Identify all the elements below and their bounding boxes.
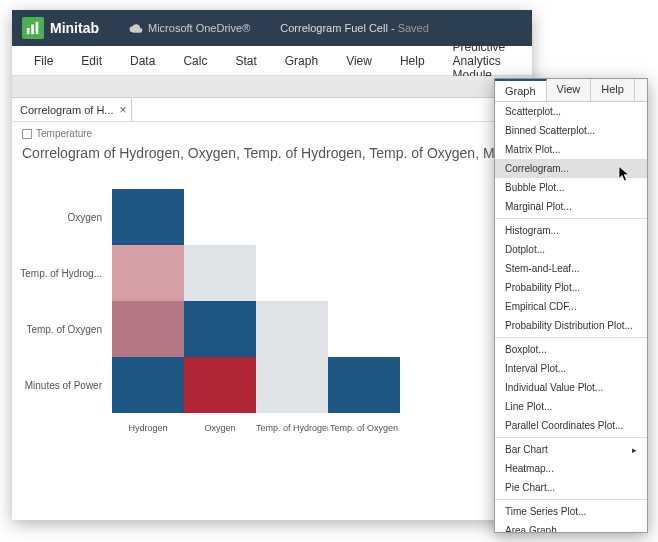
menu-item-correlogram[interactable]: Correlogram... [495, 159, 647, 178]
svg-rect-1 [31, 25, 34, 35]
menu-item-dotplot[interactable]: Dotplot... [495, 240, 647, 259]
onedrive-icon [129, 21, 143, 35]
legend-label: Temperature [36, 128, 92, 139]
y-axis-labels: Oxygen Temp. of Hydrog... Temp. of Oxyge… [12, 189, 107, 413]
heatmap-cell[interactable] [184, 357, 256, 413]
heatmap-cell [256, 245, 328, 301]
menu-calc[interactable]: Calc [169, 46, 221, 75]
app-name: Minitab [50, 20, 99, 36]
menu-item-heatmap[interactable]: Heatmap... [495, 459, 647, 478]
heatmap-cell[interactable] [328, 357, 400, 413]
menu-item-histogram[interactable]: Histogram... [495, 221, 647, 240]
graph-menu-popup: Graph View Help Scatterplot...Binned Sca… [494, 78, 648, 533]
x-label: Hydrogen [112, 417, 184, 433]
menu-file[interactable]: File [20, 46, 67, 75]
app-logo-icon [22, 17, 44, 39]
menu-item-individual-value-plot[interactable]: Individual Value Plot... [495, 378, 647, 397]
popup-tab-help[interactable]: Help [591, 79, 635, 101]
heatmap-cell[interactable] [184, 245, 256, 301]
chart-legend: Temperature [12, 122, 532, 145]
heatmap-cell [184, 189, 256, 245]
storage-label: Microsoft OneDrive® [148, 22, 250, 34]
main-window: Minitab Microsoft OneDrive® Correlogram … [12, 10, 532, 520]
menu-item-scatterplot[interactable]: Scatterplot... [495, 102, 647, 121]
x-label: Temp. of Hydrogen [256, 417, 328, 433]
menu-item-time-series-plot[interactable]: Time Series Plot... [495, 502, 647, 521]
menubar: File Edit Data Calc Stat Graph View Help… [12, 46, 532, 76]
storage-location[interactable]: Microsoft OneDrive® [129, 21, 250, 35]
menu-separator [495, 499, 647, 500]
menu-separator [495, 437, 647, 438]
heatmap-cell[interactable] [112, 357, 184, 413]
heatmap-cell [328, 301, 400, 357]
menu-separator [495, 337, 647, 338]
heatmap-cell[interactable] [184, 301, 256, 357]
heatmap-cell[interactable] [112, 245, 184, 301]
x-label: Oxygen [184, 417, 256, 433]
menu-item-interval-plot[interactable]: Interval Plot... [495, 359, 647, 378]
menu-help[interactable]: Help [386, 46, 439, 75]
popup-tab-view[interactable]: View [547, 79, 592, 101]
chart-title: Correlogram of Hydrogen, Oxygen, Temp. o… [12, 145, 532, 169]
heatmap-cell[interactable] [112, 189, 184, 245]
menu-item-empirical-cdf[interactable]: Empirical CDF... [495, 297, 647, 316]
heatmap-cell[interactable] [256, 301, 328, 357]
chart-area[interactable]: Oxygen Temp. of Hydrog... Temp. of Oxyge… [12, 169, 532, 520]
graph-menu-list: Scatterplot...Binned Scatterplot...Matri… [495, 102, 647, 532]
menu-item-probability-plot[interactable]: Probability Plot... [495, 278, 647, 297]
heatmap-cell [256, 189, 328, 245]
heatmap-grid [112, 189, 400, 413]
menu-stat[interactable]: Stat [221, 46, 270, 75]
document-tabs: Correlogram of H... × [12, 98, 532, 122]
x-axis-labels: Hydrogen Oxygen Temp. of Hydrogen Temp. … [112, 417, 400, 433]
document-title: Correlogram Fuel Cell - Saved [280, 22, 429, 34]
menu-item-boxplot[interactable]: Boxplot... [495, 340, 647, 359]
close-icon[interactable]: × [120, 103, 127, 117]
toolbar-area [12, 76, 532, 98]
menu-separator [495, 218, 647, 219]
menu-item-pie-chart[interactable]: Pie Chart... [495, 478, 647, 497]
menu-item-bar-chart[interactable]: Bar Chart▸ [495, 440, 647, 459]
x-label: Temp. of Oxygen [328, 417, 400, 433]
svg-rect-2 [36, 22, 39, 34]
menu-item-probability-distribution-plot[interactable]: Probability Distribution Plot... [495, 316, 647, 335]
menu-view[interactable]: View [332, 46, 386, 75]
menu-predictive-analytics[interactable]: Predictive Analytics Module [439, 46, 524, 75]
menu-data[interactable]: Data [116, 46, 169, 75]
heatmap-cell[interactable] [112, 301, 184, 357]
menu-item-parallel-coordinates-plot[interactable]: Parallel Coordinates Plot... [495, 416, 647, 435]
menu-edit[interactable]: Edit [67, 46, 116, 75]
y-label: Temp. of Hydrog... [12, 245, 107, 301]
menu-item-stem-and-leaf[interactable]: Stem-and-Leaf... [495, 259, 647, 278]
save-status: Saved [398, 22, 429, 34]
legend-swatch [22, 129, 32, 139]
heatmap-cell [328, 245, 400, 301]
y-label: Minutes of Power [12, 357, 107, 413]
chevron-right-icon: ▸ [632, 445, 637, 455]
menu-item-line-plot[interactable]: Line Plot... [495, 397, 647, 416]
svg-rect-0 [27, 28, 30, 34]
menu-graph[interactable]: Graph [271, 46, 332, 75]
heatmap-cell[interactable] [256, 357, 328, 413]
menu-item-marginal-plot[interactable]: Marginal Plot... [495, 197, 647, 216]
menu-item-bubble-plot[interactable]: Bubble Plot... [495, 178, 647, 197]
y-label: Oxygen [12, 189, 107, 245]
menu-item-binned-scatterplot[interactable]: Binned Scatterplot... [495, 121, 647, 140]
y-label: Temp. of Oxygen [12, 301, 107, 357]
popup-tab-graph[interactable]: Graph [495, 79, 547, 101]
popup-menubar: Graph View Help [495, 79, 647, 102]
tab-correlogram[interactable]: Correlogram of H... × [12, 98, 132, 121]
tab-label: Correlogram of H... [20, 104, 114, 116]
menu-item-area-graph[interactable]: Area Graph... [495, 521, 647, 532]
heatmap-cell [328, 189, 400, 245]
menu-item-matrix-plot[interactable]: Matrix Plot... [495, 140, 647, 159]
